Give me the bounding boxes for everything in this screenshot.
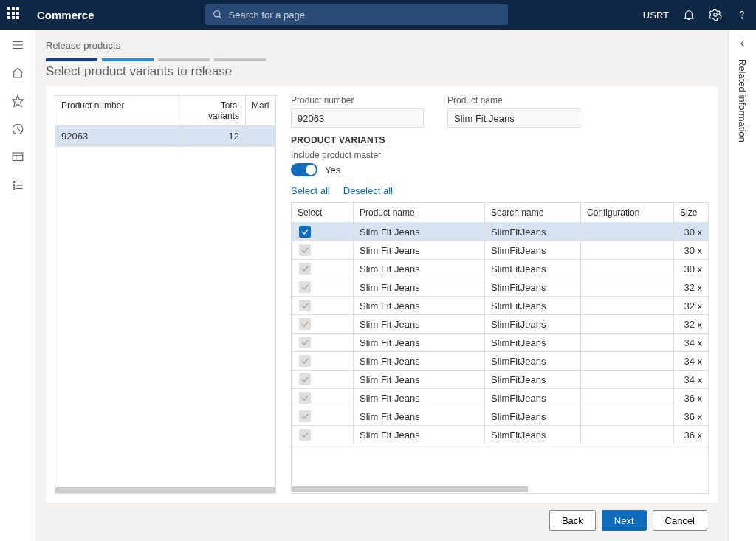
variant-checkbox[interactable] <box>299 281 311 293</box>
summary-col-product-number[interactable]: Product number <box>55 96 182 125</box>
variant-product-name: Slim Fit Jeans <box>354 407 485 425</box>
variants-col-select[interactable]: Select <box>292 203 354 222</box>
variant-checkbox[interactable] <box>299 318 311 330</box>
star-icon[interactable] <box>11 94 24 108</box>
variant-row[interactable]: Slim Fit JeansSlimFitJeans36 x <box>292 426 708 444</box>
home-icon[interactable] <box>11 66 24 80</box>
wizard-footer: Back Next Cancel <box>46 503 718 541</box>
variant-row[interactable]: Slim Fit JeansSlimFitJeans36 x <box>292 389 708 407</box>
variant-checkbox[interactable] <box>299 226 311 238</box>
product-number-label: Product number <box>291 95 424 106</box>
help-icon[interactable] <box>735 8 749 21</box>
summary-col-mark[interactable]: Marl <box>246 96 275 125</box>
workspaces-icon[interactable] <box>11 151 24 164</box>
wizard-title: Select product variants to release <box>46 64 718 79</box>
variant-product-name: Slim Fit Jeans <box>354 371 485 388</box>
next-button[interactable]: Next <box>602 510 647 531</box>
search-input[interactable] <box>229 10 501 21</box>
variant-size: 34 x <box>674 371 708 388</box>
hamburger-icon[interactable] <box>11 38 24 52</box>
variant-search-name: SlimFitJeans <box>485 241 581 259</box>
variant-row[interactable]: Slim Fit JeansSlimFitJeans30 x <box>292 241 708 260</box>
content-panel: Product number Total variants Marl 92063… <box>46 86 718 503</box>
chevron-left-icon[interactable] <box>738 38 748 49</box>
variant-checkbox[interactable] <box>299 263 311 275</box>
include-master-toggle[interactable] <box>291 163 317 176</box>
variant-row[interactable]: Slim Fit JeansSlimFitJeans30 x <box>292 260 708 278</box>
wizard-step-2 <box>102 58 154 61</box>
wizard-step-4 <box>214 58 266 61</box>
recent-icon[interactable] <box>11 123 24 136</box>
variant-checkbox[interactable] <box>299 429 311 441</box>
variant-configuration <box>581 260 674 278</box>
svg-line-1 <box>219 16 221 19</box>
app-title: Commerce <box>37 9 94 21</box>
variant-configuration <box>581 371 674 388</box>
svg-point-14 <box>13 185 14 186</box>
variant-search-name: SlimFitJeans <box>485 371 581 388</box>
top-navbar: Commerce USRT <box>0 0 756 30</box>
product-name-field[interactable] <box>447 108 580 128</box>
summary-row[interactable]: 92063 12 <box>55 126 275 147</box>
select-all-link[interactable]: Select all <box>291 185 330 196</box>
variants-scrollbar[interactable] <box>292 486 708 493</box>
variant-row[interactable]: Slim Fit JeansSlimFitJeans34 x <box>292 334 708 352</box>
detail-pane: Product number Product name PRODUCT VARI… <box>291 95 709 494</box>
modules-icon[interactable] <box>11 179 24 192</box>
variant-row[interactable]: Slim Fit JeansSlimFitJeans32 x <box>292 315 708 334</box>
cancel-button[interactable]: Cancel <box>653 510 707 531</box>
variant-checkbox[interactable] <box>299 392 311 404</box>
variant-row[interactable]: Slim Fit JeansSlimFitJeans34 x <box>292 371 708 389</box>
app-launcher-icon[interactable] <box>7 7 22 22</box>
summary-product-number: 92063 <box>55 126 182 146</box>
variant-row[interactable]: Slim Fit JeansSlimFitJeans32 x <box>292 278 708 297</box>
variant-checkbox[interactable] <box>299 410 311 422</box>
variant-size: 30 x <box>674 260 708 278</box>
section-title-variants: PRODUCT VARIANTS <box>291 135 709 145</box>
product-name-label: Product name <box>447 95 580 106</box>
product-number-field[interactable] <box>291 108 424 128</box>
gear-icon[interactable] <box>709 8 722 21</box>
variant-row[interactable]: Slim Fit JeansSlimFitJeans34 x <box>292 352 708 371</box>
variant-product-name: Slim Fit Jeans <box>354 389 485 407</box>
global-search[interactable] <box>205 4 508 25</box>
left-nav-rail <box>0 30 35 541</box>
variant-search-name: SlimFitJeans <box>485 389 581 407</box>
variant-product-name: Slim Fit Jeans <box>354 315 485 333</box>
variant-row[interactable]: Slim Fit JeansSlimFitJeans36 x <box>292 407 708 426</box>
search-icon <box>213 10 223 20</box>
variant-search-name: SlimFitJeans <box>485 334 581 351</box>
variants-col-size[interactable]: Size <box>674 203 708 222</box>
related-info-label[interactable]: Related information <box>737 59 748 142</box>
back-button[interactable]: Back <box>549 510 596 531</box>
variant-size: 30 x <box>674 241 708 259</box>
user-label[interactable]: USRT <box>643 10 669 21</box>
variant-checkbox[interactable] <box>299 300 311 311</box>
variant-size: 32 x <box>674 297 708 314</box>
variants-col-search-name[interactable]: Search name <box>485 203 581 222</box>
right-rail: Related information <box>728 30 756 541</box>
svg-point-16 <box>13 187 14 189</box>
variant-product-name: Slim Fit Jeans <box>354 334 485 351</box>
summary-scrollbar[interactable] <box>55 487 275 493</box>
variant-row[interactable]: Slim Fit JeansSlimFitJeans30 x <box>292 223 708 241</box>
variant-checkbox[interactable] <box>299 337 311 348</box>
main-content: Release products Select product variants… <box>35 30 728 541</box>
variant-size: 34 x <box>674 334 708 351</box>
svg-point-0 <box>213 11 219 17</box>
wizard-step-1 <box>46 58 97 61</box>
summary-col-total-variants[interactable]: Total variants <box>182 96 246 125</box>
variant-product-name: Slim Fit Jeans <box>354 223 485 241</box>
bell-icon[interactable] <box>682 8 695 21</box>
variant-search-name: SlimFitJeans <box>485 278 581 296</box>
variant-search-name: SlimFitJeans <box>485 407 581 425</box>
deselect-all-link[interactable]: Deselect all <box>343 185 393 196</box>
variant-checkbox[interactable] <box>299 355 311 367</box>
variants-col-product-name[interactable]: Product name <box>354 203 485 222</box>
variant-checkbox[interactable] <box>299 373 311 385</box>
variant-row[interactable]: Slim Fit JeansSlimFitJeans32 x <box>292 297 708 315</box>
wizard-step-3 <box>158 58 210 61</box>
variants-col-configuration[interactable]: Configuration <box>581 203 674 222</box>
variant-checkbox[interactable] <box>299 244 311 256</box>
variant-configuration <box>581 407 674 425</box>
